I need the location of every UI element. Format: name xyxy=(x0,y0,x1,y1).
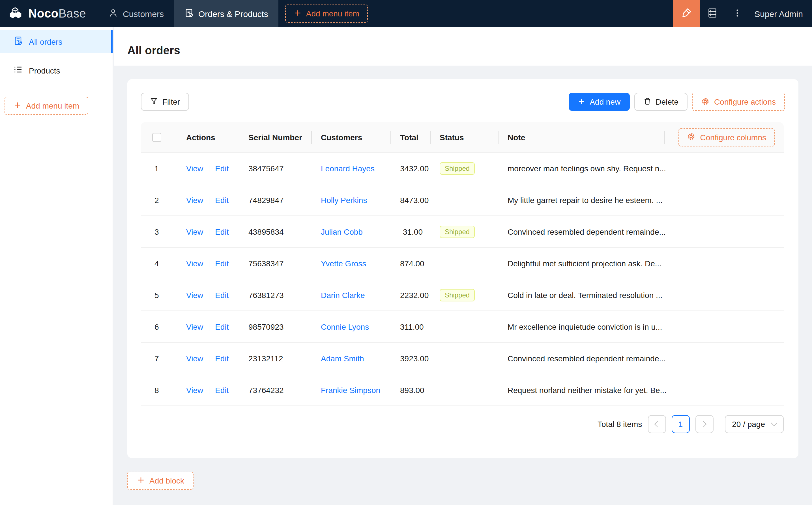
serial-number-cell: 23132112 xyxy=(239,343,312,374)
plus-icon xyxy=(14,101,21,110)
kebab-menu-button[interactable] xyxy=(725,0,750,27)
serial-number-cell: 38475647 xyxy=(239,153,312,184)
nav-tab-customers[interactable]: Customers xyxy=(99,0,174,27)
sidebar-item-products[interactable]: Products xyxy=(0,59,113,82)
add-new-button[interactable]: Add new xyxy=(569,93,630,111)
column-header-serial-number: Serial Number xyxy=(239,122,312,153)
nav-tab-orders-products[interactable]: Orders & Products xyxy=(174,0,278,27)
edit-link[interactable]: Edit xyxy=(215,322,229,331)
table-header: Actions Serial Number Customers Total St… xyxy=(141,122,784,153)
serial-number-cell: 76381273 xyxy=(239,279,312,311)
total-cell: 311.00 xyxy=(391,311,431,343)
edit-link[interactable]: Edit xyxy=(215,227,229,236)
top-nav: Customers Orders & Products xyxy=(99,0,368,27)
add-menu-item-button-sidebar[interactable]: Add menu item xyxy=(5,97,88,115)
edit-link[interactable]: Edit xyxy=(215,259,229,268)
page-size-select[interactable]: 20 / page xyxy=(724,415,784,433)
customer-link[interactable]: Leonard Hayes xyxy=(321,164,375,173)
edit-link[interactable]: Edit xyxy=(215,195,229,204)
action-divider xyxy=(209,386,210,394)
row-index: 8 xyxy=(154,385,159,394)
customer-link[interactable]: Frankie Simpson xyxy=(321,385,380,394)
row-index: 7 xyxy=(154,354,159,363)
user-name[interactable]: Super Admin xyxy=(750,9,812,18)
note-cell: Convinced resembled dependent remainde..… xyxy=(499,343,784,374)
table-row: 8 ViewEdit 73764232 Frankie Simpson 893.… xyxy=(141,374,784,406)
total-cell: 31.00 xyxy=(391,216,431,248)
edit-link[interactable]: Edit xyxy=(215,164,229,173)
edit-link[interactable]: Edit xyxy=(215,290,229,300)
customer-link[interactable]: Julian Cobb xyxy=(321,227,363,236)
view-link[interactable]: View xyxy=(186,259,203,268)
plus-icon xyxy=(578,98,585,106)
view-link[interactable]: View xyxy=(186,354,203,363)
serial-number-cell: 98570923 xyxy=(239,311,312,343)
customer-link[interactable]: Darin Clarke xyxy=(321,290,365,300)
configure-columns-button[interactable]: Configure columns xyxy=(679,128,775,146)
customer-link[interactable]: Yvette Gross xyxy=(321,259,366,268)
total-cell: 3923.00 xyxy=(391,343,431,374)
unordered-list-icon xyxy=(14,65,23,76)
action-divider xyxy=(209,228,210,235)
total-cell: 2232.00 xyxy=(391,279,431,311)
topbar-right: Super Admin xyxy=(673,0,812,27)
add-menu-item-button-topbar[interactable]: Add menu item xyxy=(285,5,368,23)
plus-icon xyxy=(137,476,145,485)
note-cell: Convinced resembled dependent remainde..… xyxy=(499,216,784,248)
view-link[interactable]: View xyxy=(186,164,203,173)
edit-link[interactable]: Edit xyxy=(215,385,229,394)
row-index: 5 xyxy=(154,290,159,300)
select-all-checkbox[interactable] xyxy=(152,133,161,142)
table-row: 3 ViewEdit 43895834 Julian Cobb 31.00 Sh… xyxy=(141,216,784,248)
app-title: NocoBase xyxy=(28,7,86,20)
gear-icon xyxy=(687,132,696,142)
page-title: All orders xyxy=(127,44,180,57)
delete-button[interactable]: Delete xyxy=(634,93,687,111)
add-block-button[interactable]: Add block xyxy=(127,472,194,490)
next-page-button[interactable] xyxy=(695,415,713,433)
pagination: Total 8 items 1 20 / page xyxy=(141,415,784,433)
sidebar-item-all-orders[interactable]: All orders xyxy=(0,30,113,53)
view-link[interactable]: View xyxy=(186,385,203,394)
status-badge: Shipped xyxy=(440,225,475,238)
note-cell: Mr excellence inquietude conviction is i… xyxy=(499,311,784,343)
prev-page-button[interactable] xyxy=(648,415,666,433)
vertical-ellipsis-icon xyxy=(733,8,741,19)
view-link[interactable]: View xyxy=(186,322,203,331)
chevron-left-icon xyxy=(654,421,661,428)
total-cell: 893.00 xyxy=(391,374,431,406)
pagination-total: Total 8 items xyxy=(597,419,642,429)
edit-link[interactable]: Edit xyxy=(215,354,229,363)
row-index: 6 xyxy=(154,322,159,331)
serial-number-cell: 74829847 xyxy=(239,184,312,216)
customer-link[interactable]: Holly Perkins xyxy=(321,195,367,204)
status-badge: Shipped xyxy=(440,162,475,174)
content: Filter Add new xyxy=(114,65,812,505)
view-link[interactable]: View xyxy=(186,290,203,300)
serial-number-cell: 75638347 xyxy=(239,248,312,279)
action-divider xyxy=(209,355,210,362)
file-done-icon xyxy=(14,36,23,47)
database-icon-button[interactable] xyxy=(700,0,725,27)
page-header: All orders xyxy=(114,27,812,65)
table-row: 7 ViewEdit 23132112 Adam Smith 3923.00 C… xyxy=(141,343,784,374)
customer-link[interactable]: Adam Smith xyxy=(321,354,364,363)
highlighter-pen-icon xyxy=(680,7,692,20)
ui-editor-button[interactable] xyxy=(673,0,700,27)
total-cell: 3432.00 xyxy=(391,153,431,184)
view-link[interactable]: View xyxy=(186,227,203,236)
view-link[interactable]: View xyxy=(186,195,203,204)
table-row: 1 ViewEdit 38475647 Leonard Hayes 3432.0… xyxy=(141,153,784,184)
file-done-icon xyxy=(184,8,193,19)
total-cell: 874.00 xyxy=(391,248,431,279)
filter-button[interactable]: Filter xyxy=(141,93,189,111)
page-1-button[interactable]: 1 xyxy=(671,415,689,433)
status-badge: Shipped xyxy=(440,289,475,301)
note-cell: moreover man feelings own shy. Request n… xyxy=(499,153,784,184)
column-header-actions: Actions xyxy=(177,122,239,153)
column-header-customers: Customers xyxy=(312,122,391,153)
configure-actions-button[interactable]: Configure actions xyxy=(692,93,785,111)
customer-link[interactable]: Connie Lyons xyxy=(321,322,369,331)
sidebar-item-label: Products xyxy=(29,66,60,75)
gear-icon xyxy=(701,97,709,107)
